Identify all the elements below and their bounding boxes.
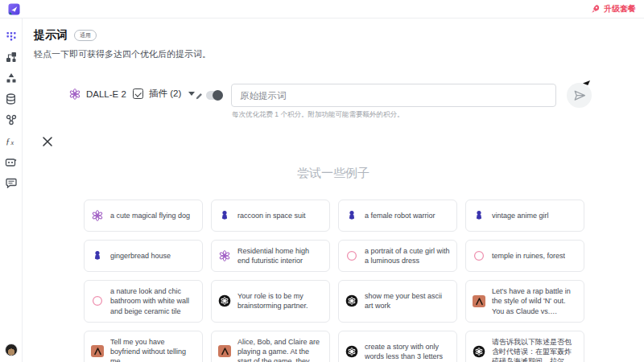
example-card[interactable]: Alice, Bob, and Claire are playing a gam… bbox=[211, 331, 330, 362]
example-text: gingerbread house bbox=[110, 251, 171, 261]
example-text: Alice, Bob, and Claire are playing a gam… bbox=[237, 337, 323, 362]
example-card[interactable]: Your role is to be my brainstorming part… bbox=[211, 280, 330, 322]
sidebar-item-data[interactable] bbox=[5, 93, 18, 105]
page-title: 提示词 bbox=[34, 28, 68, 43]
edit-toggle[interactable] bbox=[196, 91, 223, 100]
toggle-track bbox=[206, 91, 223, 100]
example-text: vintage anime girl bbox=[492, 211, 549, 220]
dalle-icon bbox=[218, 249, 231, 262]
example-text: Let's have a rap battle in the style of … bbox=[492, 286, 577, 315]
example-card[interactable]: Tell me you have boyfriend without telli… bbox=[84, 331, 203, 362]
chatgpt-icon bbox=[345, 345, 358, 358]
example-card[interactable]: a female robot warrior bbox=[338, 200, 457, 232]
title-badge: 通用 bbox=[74, 30, 97, 40]
example-text: Your role is to be my brainstorming part… bbox=[237, 291, 323, 311]
example-card[interactable]: temple in ruines, forest bbox=[465, 240, 584, 272]
example-card[interactable]: vintage anime girl bbox=[465, 200, 584, 232]
nodes-icon bbox=[6, 114, 17, 125]
database-icon bbox=[6, 93, 16, 105]
credit-note: 每次优化花费 1 个积分。附加功能可能需要额外的积分。 bbox=[232, 110, 403, 120]
main-content: 提示词 通用 轻点一下即可获得多达四个优化后的提示词。 DALL-E 2 插件 … bbox=[23, 19, 644, 362]
flow-icon bbox=[6, 51, 17, 63]
topbar: 升级套餐 bbox=[0, 0, 644, 19]
example-card[interactable]: a cute magical flying dog bbox=[84, 200, 203, 232]
app-logo-icon[interactable] bbox=[8, 3, 20, 15]
chat-icon bbox=[6, 178, 17, 188]
lexica-icon bbox=[345, 249, 358, 262]
example-text: Residential home high end futuristic int… bbox=[237, 246, 323, 265]
example-text: create a story with only words less than… bbox=[365, 342, 450, 361]
example-text: 请告诉我以下陈述是否包含时代错误：在盟军轰炸硫磺岛海滩期间，拉尔夫大声… bbox=[492, 337, 577, 362]
example-card[interactable]: create a story with only words less than… bbox=[338, 331, 457, 362]
example-card[interactable]: raccoon in space suit bbox=[211, 200, 330, 232]
example-text: a cute magical flying dog bbox=[110, 211, 190, 220]
sidebar-item-flows[interactable] bbox=[5, 51, 18, 63]
sidebar-item-agents[interactable] bbox=[5, 156, 18, 167]
upgrade-plan-label: 升级套餐 bbox=[604, 3, 636, 14]
example-text: a portrait of a cute girl with a luminou… bbox=[365, 246, 450, 265]
stable-diffusion-icon bbox=[345, 209, 358, 222]
send-icon bbox=[572, 88, 587, 103]
claude-icon bbox=[218, 345, 231, 357]
page-subtitle: 轻点一下即可获得多达四个优化后的提示词。 bbox=[34, 48, 211, 60]
close-icon[interactable] bbox=[42, 136, 53, 147]
chatgpt-icon bbox=[345, 294, 358, 307]
stable-diffusion-icon bbox=[473, 209, 485, 222]
hierarchy-icon bbox=[6, 72, 17, 84]
robot-icon bbox=[5, 157, 17, 167]
send-accent-icon bbox=[583, 80, 590, 85]
sidebar-item-prompts[interactable] bbox=[5, 31, 18, 42]
model-selector[interactable]: DALL-E 2 bbox=[68, 88, 139, 101]
prompt-tune-icon bbox=[6, 31, 17, 42]
example-text: Tell me you have boyfriend without telli… bbox=[110, 337, 196, 362]
chatgpt-icon bbox=[218, 294, 231, 307]
example-card[interactable]: a nature look and chic bathroom with whi… bbox=[84, 280, 203, 322]
send-button[interactable] bbox=[567, 83, 592, 108]
sidebar-item-arena[interactable] bbox=[5, 72, 18, 84]
user-avatar[interactable] bbox=[5, 343, 18, 356]
lexica-icon bbox=[91, 294, 104, 307]
plugins-label: 插件 (2) bbox=[149, 88, 181, 100]
plugins-checkbox[interactable] bbox=[133, 88, 143, 99]
stable-diffusion-icon bbox=[218, 209, 231, 222]
lexica-icon bbox=[473, 249, 485, 262]
example-card[interactable]: Let's have a rap battle in the style of … bbox=[465, 280, 584, 322]
example-text: raccoon in space suit bbox=[237, 211, 306, 220]
functions-icon: ƒ x bbox=[5, 135, 17, 146]
prompt-input[interactable] bbox=[231, 84, 556, 107]
chevron-down-icon bbox=[188, 92, 195, 96]
sidebar: ƒ x bbox=[0, 19, 23, 362]
pencil-icon bbox=[196, 92, 204, 100]
example-text: show me your best ascii art work bbox=[365, 291, 450, 311]
svg-text:ƒ: ƒ bbox=[6, 136, 10, 146]
sidebar-item-services[interactable] bbox=[5, 114, 18, 125]
openai-swirl-icon bbox=[68, 88, 81, 101]
example-card[interactable]: show me your best ascii art work bbox=[338, 280, 457, 322]
dalle-icon bbox=[91, 209, 104, 222]
claude-icon bbox=[91, 345, 104, 357]
example-card[interactable]: gingerbread house bbox=[84, 240, 203, 272]
svg-text:x: x bbox=[10, 139, 14, 146]
examples-heading: 尝试一些例子 bbox=[23, 166, 644, 181]
sidebar-item-functions[interactable]: ƒ x bbox=[5, 135, 18, 146]
example-text: a female robot warrior bbox=[365, 211, 436, 220]
example-text: a nature look and chic bathroom with whi… bbox=[110, 286, 196, 315]
example-text: temple in ruines, forest bbox=[492, 251, 565, 261]
chatgpt-icon bbox=[473, 345, 485, 358]
stable-diffusion-icon bbox=[91, 249, 104, 262]
toggle-knob bbox=[213, 90, 223, 101]
example-card[interactable]: Residential home high end futuristic int… bbox=[211, 240, 330, 272]
model-label: DALL-E 2 bbox=[86, 89, 126, 99]
upgrade-plan-button[interactable]: 升级套餐 bbox=[591, 3, 636, 14]
example-card[interactable]: a portrait of a cute girl with a luminou… bbox=[338, 240, 457, 272]
rocket-icon bbox=[591, 4, 601, 14]
plugins-selector[interactable]: 插件 (2) bbox=[133, 88, 195, 100]
example-card[interactable]: 请告诉我以下陈述是否包含时代错误：在盟军轰炸硫磺岛海滩期间，拉尔夫大声… bbox=[465, 331, 584, 362]
claude-icon bbox=[473, 295, 485, 307]
sidebar-item-feedback[interactable] bbox=[5, 177, 18, 188]
examples-grid: a cute magical flying dog raccoon in spa… bbox=[84, 200, 584, 362]
